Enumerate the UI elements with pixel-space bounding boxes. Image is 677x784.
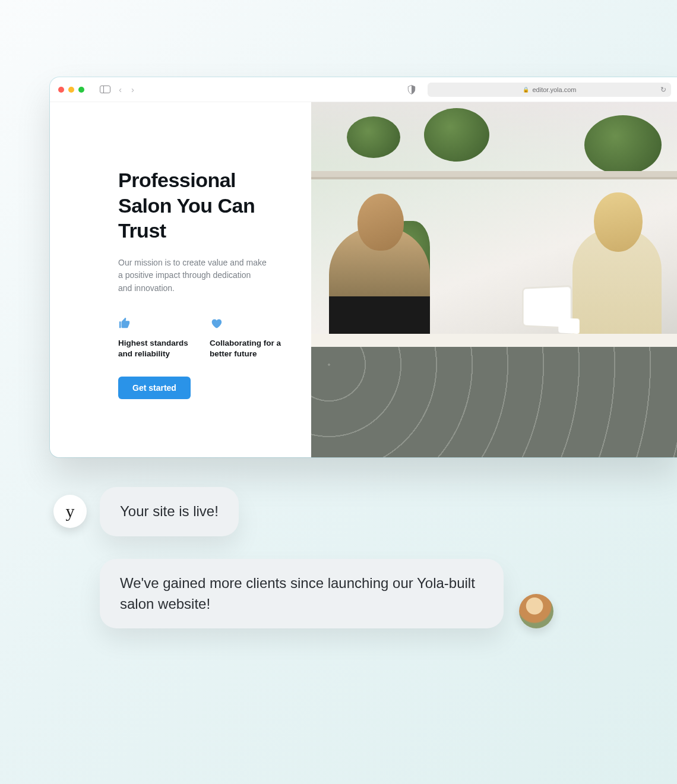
minimize-window-icon[interactable] <box>68 87 74 93</box>
counter-top <box>311 334 677 347</box>
chat-row: y Your site is live! <box>53 487 641 536</box>
plant-decor <box>424 108 489 162</box>
pos-tablet <box>522 285 572 329</box>
window-controls <box>58 87 84 93</box>
chat-message: We've gained more clients since launchin… <box>120 575 475 612</box>
hero-heading: Professional Salon You Can Trust <box>118 167 287 244</box>
plant-decor <box>347 116 400 158</box>
feature-row: Highest standards and reliability Collab… <box>118 317 287 361</box>
browser-toolbar: ‹ › 🔒 editor.yola.com ↻ <box>50 77 677 102</box>
hero-image <box>311 102 677 457</box>
avatar-letter: y <box>66 501 75 521</box>
chat-area: y Your site is live! We've gained more c… <box>53 487 641 628</box>
address-bar[interactable]: 🔒 editor.yola.com ↻ <box>428 83 671 97</box>
hero-subtext: Our mission is to create value and make … <box>118 257 267 295</box>
thumbs-up-icon <box>118 317 131 330</box>
get-started-button[interactable]: Get started <box>118 377 191 399</box>
feature-text: Collaborating for a better future <box>210 338 281 361</box>
shelf-decor <box>311 177 677 179</box>
chat-message: Your site is live! <box>120 503 219 519</box>
chat-row: We've gained more clients since launchin… <box>100 559 641 629</box>
privacy-shield-icon[interactable] <box>407 85 416 94</box>
maximize-window-icon[interactable] <box>78 87 84 93</box>
browser-window: ‹ › 🔒 editor.yola.com ↻ Professional Sal… <box>50 77 677 457</box>
plant-decor <box>584 115 662 175</box>
nav-forward-icon[interactable]: › <box>130 85 135 94</box>
lock-icon: 🔒 <box>523 87 529 93</box>
user-avatar <box>519 594 553 628</box>
chat-bubble-system: Your site is live! <box>100 487 239 536</box>
sidebar-toggle-icon[interactable] <box>100 86 110 93</box>
counter-front <box>311 347 677 457</box>
close-window-icon[interactable] <box>58 87 64 93</box>
hero-left-column: Professional Salon You Can Trust Our mis… <box>50 102 311 457</box>
feature-text: Highest standards and reliability <box>118 338 189 361</box>
address-bar-url: editor.yola.com <box>533 86 577 93</box>
shelf-decor <box>311 171 677 177</box>
yola-avatar: y <box>53 495 87 528</box>
reload-icon[interactable]: ↻ <box>660 86 666 94</box>
nav-back-icon[interactable]: ‹ <box>118 85 123 94</box>
chat-bubble-user: We've gained more clients since launchin… <box>100 559 504 629</box>
heart-icon <box>210 317 223 330</box>
feature-item: Highest standards and reliability <box>118 317 189 361</box>
site-preview: Professional Salon You Can Trust Our mis… <box>50 102 677 457</box>
feature-item: Collaborating for a better future <box>210 317 281 361</box>
